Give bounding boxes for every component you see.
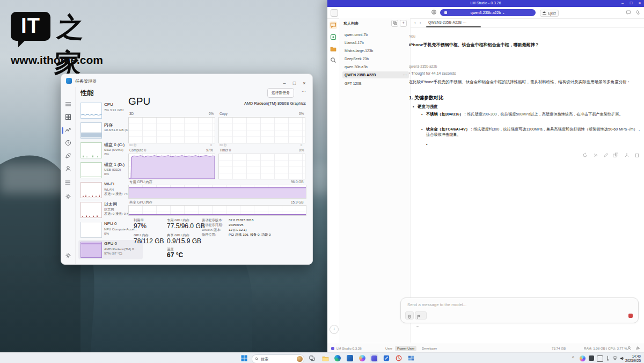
driver-version-label: 驱动程序版本: bbox=[202, 218, 223, 223]
mode-developer[interactable]: Developer bbox=[420, 346, 439, 351]
gpumem-value: 78/112 GB bbox=[134, 237, 164, 245]
models-nav-icon[interactable] bbox=[330, 33, 337, 41]
maximize-button[interactable]: □ bbox=[628, 1, 634, 5]
chat-item[interactable]: GPT 120B bbox=[342, 80, 409, 87]
user-account-icon[interactable] bbox=[627, 346, 632, 351]
minimize-button[interactable]: – bbox=[281, 81, 288, 86]
file-explorer-button[interactable] bbox=[321, 354, 330, 362]
collapse-list-icon[interactable] bbox=[391, 20, 398, 27]
close-button[interactable]: × bbox=[301, 81, 308, 86]
thought-toggle[interactable]: › Thought for 44.14 seconds bbox=[409, 71, 456, 75]
chat-item[interactable]: Llama4-17b bbox=[342, 39, 409, 46]
copilot-button[interactable] bbox=[358, 354, 367, 362]
tray-app-icon-1[interactable] bbox=[589, 355, 594, 361]
chat-list-header: 私人列表 bbox=[343, 21, 358, 26]
media-app-button[interactable] bbox=[394, 354, 403, 362]
selected-nav-indicator bbox=[62, 127, 63, 134]
maximize-button[interactable]: □ bbox=[291, 81, 298, 86]
perf-item-gpu[interactable]: GPU 0 AMD Radeon(TM) 8... 97% (67 °C) bbox=[78, 240, 143, 259]
model-size-text: 73.74 GB bbox=[552, 346, 566, 350]
folder-nav-icon[interactable] bbox=[330, 45, 337, 53]
message-input-box[interactable] bbox=[400, 297, 639, 323]
chart-copy-label: Copy bbox=[219, 112, 228, 115]
processes-icon[interactable] bbox=[65, 114, 71, 120]
active-tab-indicator bbox=[426, 26, 481, 27]
app-history-icon[interactable] bbox=[65, 140, 71, 146]
tray-app-icon-2[interactable] bbox=[597, 355, 603, 362]
search-nav-icon[interactable] bbox=[330, 56, 337, 64]
flag-menu-button[interactable] bbox=[415, 311, 427, 320]
edge-browser-button[interactable] bbox=[333, 354, 342, 362]
chat-item[interactable]: DeepSeek 70b bbox=[342, 55, 409, 62]
startup-apps-icon[interactable] bbox=[65, 153, 71, 159]
model-icon bbox=[444, 11, 447, 14]
more-options-button[interactable]: ··· bbox=[302, 89, 306, 94]
close-button[interactable]: × bbox=[636, 1, 643, 5]
continue-icon[interactable] bbox=[592, 153, 598, 158]
notifications-icon[interactable] bbox=[626, 10, 631, 15]
chat-item[interactable]: Mistra-large-123b bbox=[342, 47, 409, 54]
copy-icon[interactable] bbox=[613, 153, 619, 158]
perf-item-npu[interactable]: NPU 0 NPU Compute Accel... 0% bbox=[78, 220, 143, 239]
section-heading: 1. 关键参数对比 bbox=[409, 95, 443, 101]
assistant-model-label: qwen3-235b-a22b bbox=[409, 64, 437, 68]
app-logo-icon[interactable] bbox=[331, 9, 338, 17]
minimize-button[interactable]: – bbox=[619, 1, 626, 5]
tab-more-icon[interactable]: ··· bbox=[463, 20, 466, 24]
bullet-title: 硬度与强度 bbox=[418, 104, 438, 110]
menu-icon[interactable] bbox=[65, 101, 71, 107]
users-icon[interactable] bbox=[65, 165, 71, 172]
lm-studio-window: LM Studio - 0.3.26 – □ × qwen3-235b-a22b… bbox=[327, 0, 644, 352]
clock[interactable]: 14:40 2025/9/25 bbox=[625, 354, 641, 363]
attach-button[interactable] bbox=[405, 311, 414, 320]
model-settings-icon[interactable] bbox=[431, 9, 437, 15]
chat-tab[interactable]: QWEN3-235B-A22B ··· bbox=[428, 20, 466, 24]
eject-button[interactable]: Eject bbox=[540, 10, 559, 17]
tab-back-icon[interactable]: ‹ bbox=[414, 20, 416, 25]
mode-power-user[interactable]: Power User bbox=[395, 346, 416, 351]
chart-compute-label: Compute 0 bbox=[129, 148, 146, 152]
start-button[interactable] bbox=[240, 354, 248, 362]
download-button[interactable]: ↓ bbox=[330, 325, 339, 334]
chat-item-more-icon[interactable]: ··· bbox=[403, 71, 407, 78]
run-new-task-button[interactable]: 运行新任务 bbox=[267, 88, 294, 98]
new-chat-button[interactable]: + bbox=[400, 20, 407, 27]
gpu-mini-chart bbox=[80, 242, 102, 258]
regenerate-icon[interactable] bbox=[582, 153, 588, 158]
pen-input-icon[interactable] bbox=[605, 355, 610, 361]
assistant-intro: 在比较iPhone手机壳的不锈钢、钛合金和铝合金中框的抗摔性能时，需从材料特性、… bbox=[409, 79, 639, 85]
remote-app-button[interactable] bbox=[407, 354, 415, 362]
lm-status-bar: LM Studio 0.3.26 User Power User Develop… bbox=[327, 344, 644, 353]
mode-user[interactable]: User bbox=[383, 346, 394, 351]
tab-forward-icon[interactable]: › bbox=[420, 20, 421, 25]
chart-3d-label: 3D bbox=[129, 112, 134, 115]
stop-generating-button[interactable] bbox=[628, 314, 633, 318]
volume-icon[interactable] bbox=[620, 356, 625, 361]
chat-item-selected[interactable]: QWEN 235B A22B ··· bbox=[342, 71, 409, 78]
edit-icon[interactable] bbox=[603, 153, 609, 158]
wifi-icon[interactable] bbox=[612, 356, 618, 360]
dev-app-button[interactable] bbox=[382, 354, 391, 362]
services-icon[interactable] bbox=[65, 193, 71, 200]
details-icon[interactable] bbox=[65, 179, 71, 186]
chat-item[interactable]: qwen 30b a3b bbox=[342, 63, 409, 70]
performance-icon[interactable] bbox=[65, 127, 71, 133]
gpu-3d-chart bbox=[128, 117, 215, 143]
taskbar-search[interactable]: 搜索 bbox=[252, 354, 304, 363]
delete-icon[interactable] bbox=[634, 153, 640, 158]
clock-time: 14:40 bbox=[625, 354, 641, 359]
copilot-tray-icon[interactable] bbox=[580, 355, 586, 361]
settings-icon[interactable] bbox=[65, 252, 71, 259]
model-selector[interactable]: qwen3-235b-a22b ⌄ bbox=[440, 9, 536, 16]
chat-item[interactable]: qwen-omni-7b bbox=[342, 31, 409, 38]
wrench-icon[interactable] bbox=[634, 10, 640, 15]
chats-nav-icon[interactable] bbox=[330, 21, 337, 29]
wallpaper-sea bbox=[0, 252, 343, 363]
lm-studio-taskbar-button[interactable] bbox=[370, 354, 378, 362]
message-input[interactable] bbox=[406, 302, 591, 308]
tray-chevron-icon[interactable]: ^ bbox=[572, 355, 574, 360]
branch-icon[interactable] bbox=[624, 153, 630, 158]
mail-app-button[interactable] bbox=[346, 354, 354, 362]
settings-gear-icon[interactable] bbox=[635, 346, 640, 351]
task-view-button[interactable] bbox=[308, 354, 316, 362]
